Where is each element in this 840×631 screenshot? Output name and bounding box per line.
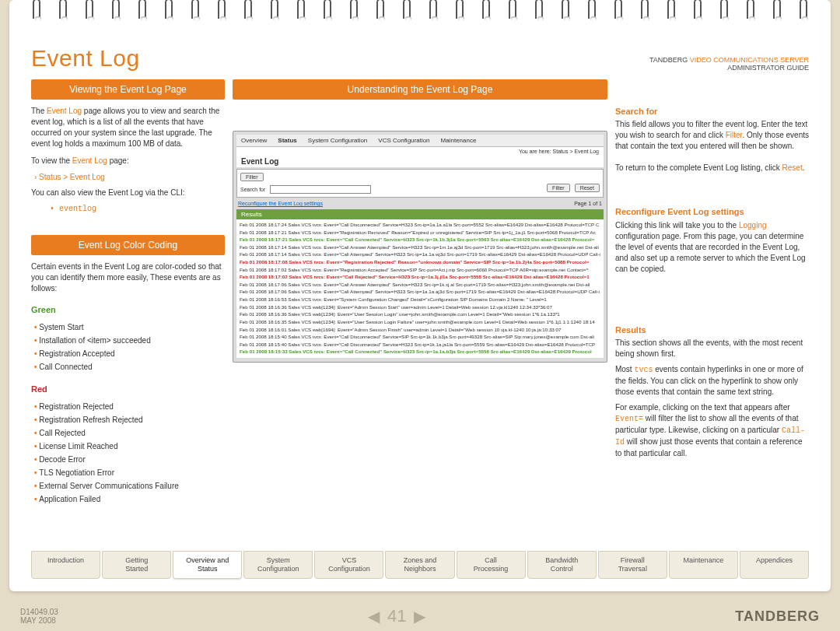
- guide-label: ADMINISTRATOR GUIDE: [727, 64, 809, 72]
- section-heading-understanding: Understanding the Event Log Page: [233, 79, 607, 100]
- bottom-tab[interactable]: Maintenance: [669, 551, 738, 579]
- page-number: 41: [387, 606, 406, 626]
- log-row[interactable]: Feb 01 2008 18:17:21 Sales VCS tvcs: Eve…: [240, 236, 600, 244]
- toview-line: To view the Event Log page:: [31, 156, 225, 167]
- right-column: Search for This field allows you to filt…: [615, 79, 809, 537]
- doc-meta: D14049.03 MAY 2008: [20, 608, 58, 625]
- ss-tab-sysconf[interactable]: System Configuration: [308, 137, 367, 144]
- log-row[interactable]: Feb 01 2008 18:17:06 Sales VCS tvcs: Eve…: [240, 281, 600, 289]
- ss-reset-button[interactable]: Reset: [575, 184, 600, 192]
- ss-nav-tabs: Overview Status System Configuration VCS…: [236, 135, 604, 147]
- viewing-text: The Event Log page allows you to view an…: [31, 106, 225, 149]
- log-row[interactable]: Feb 01 2008 18:16:35 Sales VCS web[1234]…: [240, 318, 600, 326]
- cli-command: • eventlog: [31, 205, 225, 213]
- bottom-tab[interactable]: Overview andStatus: [173, 551, 242, 579]
- bottom-tab[interactable]: VCSConfiguration: [314, 551, 383, 579]
- header: Event Log TANDBERG VIDEO COMMUNICATIONS …: [31, 45, 809, 72]
- log-row[interactable]: Feb 01 2008 18:15:25 Sales VCS tvcs: Eve…: [240, 356, 600, 358]
- bottom-tab[interactable]: SystemConfiguration: [243, 551, 313, 579]
- doc-brand: TANDBERG VIDEO COMMUNICATIONS SERVER ADM…: [649, 56, 809, 72]
- green-item: System Start: [34, 321, 225, 334]
- ss-log-rows: Feb 01 2008 18:17:24 Sales VCS tvcs: Eve…: [236, 219, 604, 358]
- cli-line: You can also view the Event Log via the …: [31, 188, 225, 198]
- results-heading: Results: [615, 324, 809, 336]
- bottom-tab[interactable]: CallProcessing: [457, 551, 526, 579]
- ss-tab-overview[interactable]: Overview: [241, 137, 267, 144]
- brand-prefix: TANDBERG: [649, 56, 690, 64]
- bottom-tab[interactable]: Zones andNeighbors: [385, 551, 454, 579]
- red-item: Registration Rejected: [34, 400, 225, 413]
- section-heading-viewing: Viewing the Event Log Page: [31, 79, 225, 100]
- log-row[interactable]: Feb 01 2008 18:17:21 Sales VCS tvcs: Eve…: [240, 229, 600, 237]
- ss-filter-panel: Filter Search for Filter Reset: [236, 169, 604, 198]
- content-area: Viewing the Event Log Page The Event Log…: [31, 79, 809, 537]
- log-row[interactable]: Feb 01 2008 18:15:40 Sales VCS tvcs: Eve…: [240, 341, 600, 349]
- bottom-tab[interactable]: Appendices: [740, 551, 809, 579]
- ss-page-indicator: Page 1 of 1: [574, 199, 602, 208]
- colorcoding-text: Certain events in the Event Log are colo…: [31, 261, 225, 294]
- searchfor-section: Search for This field allows you to filt…: [615, 106, 809, 174]
- log-row[interactable]: Feb 01 2008 18:17:14 Sales VCS tvcs: Eve…: [240, 251, 600, 258]
- ss-title: Event Log: [236, 154, 604, 167]
- prev-page-icon[interactable]: ◀: [368, 607, 380, 626]
- ss-search-input[interactable]: [270, 185, 371, 194]
- green-label: Green: [31, 305, 225, 314]
- ss-breadcrumb: You are here: Status > Event Log: [236, 147, 604, 154]
- ss-search-label: Search for: [240, 187, 265, 192]
- red-item: Registration Refresh Rejected: [34, 413, 225, 426]
- ss-reconfigure-link[interactable]: Reconfigure the Event Log settings: [238, 199, 323, 208]
- page: Event Log TANDBERG VIDEO COMMUNICATIONS …: [9, 0, 831, 591]
- log-row[interactable]: Feb 01 2008 18:16:01 Sales VCS web[1694]…: [240, 326, 600, 334]
- green-item: Call Connected: [34, 360, 225, 373]
- footer-brand: TANDBERG: [735, 608, 820, 625]
- middle-column: Understanding the Event Log Page Overvie…: [233, 79, 607, 537]
- red-item: External Server Communications Failure: [34, 479, 225, 493]
- section-heading-colorcoding: Event Log Color Coding: [31, 235, 225, 255]
- searchfor-heading: Search for: [615, 106, 809, 117]
- red-item: Application Failed: [34, 493, 225, 506]
- bottom-tab[interactable]: Introduction: [31, 551, 100, 579]
- log-row[interactable]: Feb 01 2008 18:17:02 Sales VCS tvcs: Eve…: [240, 273, 600, 281]
- left-column: Viewing the Event Log Page The Event Log…: [31, 79, 225, 537]
- results-section: Results This section shows all the event…: [615, 324, 809, 459]
- red-item: License Limit Reached: [34, 440, 225, 453]
- ss-tab-maint[interactable]: Maintenance: [441, 137, 477, 144]
- next-page-icon[interactable]: ▶: [414, 607, 425, 626]
- doc-number: D14049.03: [20, 608, 58, 616]
- ss-tab-vcsconf[interactable]: VCS Configuration: [378, 137, 429, 144]
- log-row[interactable]: Feb 01 2008 18:16:36 Sales VCS web[1234]…: [240, 303, 600, 311]
- red-item: Decode Error: [34, 453, 225, 466]
- ss-filter-tab[interactable]: Filter: [240, 173, 264, 181]
- ss-filter-button[interactable]: Filter: [547, 184, 570, 192]
- log-row[interactable]: Feb 01 2008 18:15:33 Sales VCS tvcs: Eve…: [240, 348, 600, 356]
- ss-results-header: Results: [236, 209, 604, 219]
- spiral-binder: [25, 0, 815, 22]
- log-row[interactable]: Feb 01 2008 18:16:36 Sales VCS web[1234]…: [240, 310, 600, 318]
- bottom-tab[interactable]: GettingStarted: [102, 551, 171, 579]
- red-item: Call Rejected: [34, 426, 225, 440]
- bottom-tab[interactable]: BandwidthControl: [527, 551, 597, 579]
- log-row[interactable]: Feb 01 2008 18:17:02 Sales VCS tvcs: Eve…: [240, 266, 600, 274]
- reconfigure-heading: Reconfigure Event Log settings: [615, 206, 809, 218]
- log-row[interactable]: Feb 01 2008 18:17:14 Sales VCS tvcs: Eve…: [240, 244, 600, 251]
- log-row[interactable]: Feb 01 2008 18:17:06 Sales VCS tvcs: Eve…: [240, 288, 600, 296]
- log-row[interactable]: Feb 01 2008 18:15:40 Sales VCS tvcs: Eve…: [240, 333, 600, 341]
- bottom-tabs: IntroductionGettingStartedOverview andSt…: [31, 551, 809, 579]
- reconfigure-section: Reconfigure Event Log settings Clicking …: [615, 206, 809, 274]
- doc-date: MAY 2008: [20, 616, 58, 625]
- log-row[interactable]: Feb 01 2008 18:16:53 Sales VCS tvcs: Eve…: [240, 296, 600, 303]
- page-nav: ◀ 41 ▶: [368, 606, 425, 626]
- red-item: TLS Negotiation Error: [34, 466, 225, 479]
- green-list: System StartInstallation of <item> succe…: [31, 321, 225, 373]
- breadcrumb-bullet: Status > Event Log: [31, 173, 225, 181]
- red-label: Red: [31, 384, 225, 394]
- eventlog-screenshot: Overview Status System Configuration VCS…: [233, 131, 607, 363]
- red-list: Registration RejectedRegistration Refres…: [31, 400, 225, 506]
- log-row[interactable]: Feb 01 2008 18:17:24 Sales VCS tvcs: Eve…: [240, 221, 600, 229]
- page-title: Event Log: [31, 45, 140, 72]
- ss-tab-status[interactable]: Status: [278, 137, 296, 144]
- bottom-tab[interactable]: FirewallTraversal: [598, 551, 667, 579]
- footer: D14049.03 MAY 2008 ◀ 41 ▶ TANDBERG: [20, 606, 820, 626]
- log-row[interactable]: Feb 01 2008 18:17:08 Sales VCS tvcs: Eve…: [240, 258, 600, 266]
- green-item: Installation of <item> succeeded: [34, 334, 225, 347]
